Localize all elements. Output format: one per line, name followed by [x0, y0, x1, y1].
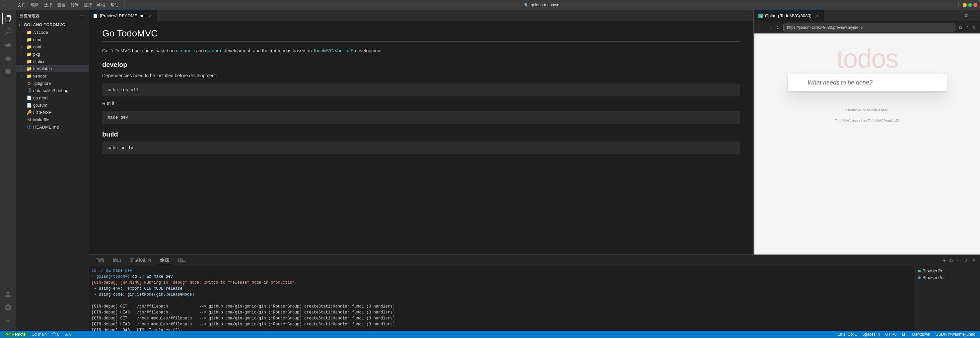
minimize-button[interactable]	[963, 3, 967, 7]
readme-tab-close[interactable]: ✕	[148, 13, 153, 19]
browser-back-button[interactable]: ←	[757, 24, 764, 31]
cmd-arrow: ›	[21, 38, 27, 41]
menu-edit[interactable]: 编辑	[29, 2, 41, 9]
sidebar-menu-button[interactable]: ···	[79, 13, 85, 19]
browser-settings-button[interactable]: ⚙	[971, 24, 977, 31]
status-errors[interactable]: Ⓘ 0	[51, 332, 61, 337]
browser-split-button[interactable]: ⧉	[963, 12, 969, 19]
gomod-label: go.mod	[33, 95, 86, 100]
activity-git[interactable]	[2, 39, 14, 51]
tree-gitignore[interactable]: ⚙ .gitignore	[16, 79, 89, 87]
tree-conf[interactable]: › 📁 conf	[16, 43, 89, 50]
status-warnings[interactable]: ⚠ 0	[64, 332, 73, 337]
vendor-label: vendor	[33, 73, 86, 79]
panel-split-button[interactable]: ⧉	[948, 257, 954, 264]
browser-more-button[interactable]: ···	[971, 12, 977, 19]
activity-extensions[interactable]	[2, 66, 14, 78]
panel-tab-terminal[interactable]: 终端	[156, 256, 173, 265]
panel-tab-debug-console[interactable]: 调试控制台	[126, 256, 156, 265]
tree-gomod[interactable]: 📄 go.mod	[16, 94, 89, 102]
status-branch[interactable]: ⎇ main	[31, 332, 48, 337]
activity-bar: ><	[0, 10, 16, 331]
panel-actions: + ⧉ ··· ∧ ✕	[942, 257, 977, 264]
panel-tab-bar: 问题 输出 调试控制台 终端 端口 + ⧉ ··· ∧ ✕	[89, 255, 980, 267]
go-gorm-link[interactable]: go-gorm	[205, 48, 222, 53]
maximize-button[interactable]	[968, 3, 972, 7]
top-bar-right	[963, 3, 977, 7]
status-spaces[interactable]: Spaces: 4	[861, 332, 881, 337]
makefile-icon: M	[27, 117, 32, 122]
browser-refresh-button[interactable]: ↻	[775, 24, 781, 31]
tree-readme[interactable]: ⓘ README.md	[16, 123, 89, 130]
gin-gonic-link[interactable]: gin-gonic	[176, 48, 195, 53]
todos-title: todos	[836, 43, 898, 74]
status-encoding[interactable]: UTF-8	[884, 332, 898, 337]
cmd-label: cmd	[33, 37, 86, 42]
nav-back[interactable]: ‹	[3, 2, 7, 8]
panel-right-item-1[interactable]: Browser Pr...	[914, 268, 980, 275]
panel-split: cd ./ && make dev + golang-todomvc cd ./…	[89, 267, 980, 331]
tree-pkg[interactable]: › 📁 pkg	[16, 50, 89, 58]
browser-forward-button[interactable]: →	[766, 24, 773, 31]
panel-maximize-button[interactable]: ∧	[963, 257, 969, 264]
terminal-content[interactable]: cd ./ && make dev + golang-todomvc cd ./…	[89, 267, 914, 331]
menu-terminal[interactable]: 终端	[95, 2, 107, 9]
tree-vscode[interactable]: › 📁 .vscode	[16, 29, 89, 36]
panel-more-button[interactable]: ···	[955, 257, 962, 264]
browser-address-actions: ⧉ ↗ ⚙	[958, 24, 977, 31]
activity-explorer[interactable]	[2, 13, 14, 24]
gitignore-label: .gitignore	[33, 81, 86, 86]
tree-license[interactable]: 🔑 LICENSE	[16, 109, 89, 116]
status-remote[interactable]: >< Remote	[3, 332, 28, 337]
activity-remote[interactable]: ><	[2, 315, 14, 327]
panel-tab-issues[interactable]: 问题	[92, 256, 108, 265]
status-line-ending[interactable]: LF	[900, 332, 908, 337]
tree-root[interactable]: ▾ GOLANG-TODOMVC	[16, 21, 89, 29]
panel-close-button[interactable]: ✕	[971, 257, 977, 264]
panel-right-item-2[interactable]: Browser Pr...	[914, 275, 980, 281]
todos-vanillajs-link[interactable]: TodoMVC/VanillaJS	[868, 119, 900, 122]
nav-forward[interactable]: ›	[8, 2, 13, 8]
menu-file[interactable]: 文件	[16, 2, 27, 9]
global-search[interactable]: 🔍 golang-todomvc	[124, 2, 959, 8]
tree-gosum[interactable]: 📄 go.sum	[16, 102, 89, 109]
tree-statics[interactable]: › 📁 statics	[16, 58, 89, 65]
panel-tab-output[interactable]: 输出	[109, 256, 126, 265]
close-button[interactable]	[974, 3, 977, 7]
tab-readme[interactable]: 📄 [Preview] README.md ✕	[89, 10, 157, 21]
gosum-icon: 📄	[27, 102, 32, 108]
todos-double-click-text: Double-click to edit a todo	[835, 108, 900, 112]
todos-input[interactable]	[788, 74, 947, 92]
browser-copy-button[interactable]: ⧉	[958, 24, 963, 31]
browser-open-button[interactable]: ↗	[964, 24, 970, 31]
editor-split: 📄 [Preview] README.md ✕ ··· Go TodoMVC G…	[89, 10, 980, 254]
status-position[interactable]: Ln 1, Col 1	[836, 332, 858, 337]
tree-datasqlite[interactable]: 🗄 data.sqlite3.debug	[16, 87, 89, 94]
tree-cmd[interactable]: › 📁 cmd	[16, 36, 89, 43]
tree-vendor[interactable]: › 📁 vendor	[16, 72, 89, 79]
activity-account[interactable]	[2, 288, 14, 300]
panel-add-button[interactable]: +	[942, 257, 947, 264]
panel-tab-ports[interactable]: 端口	[173, 256, 190, 265]
tree-makefile[interactable]: M Makefile	[16, 116, 89, 123]
menu-goto[interactable]: 转到	[69, 2, 81, 9]
browser-tab[interactable]: G Golang TodoMVC(8080) ✕	[754, 10, 824, 21]
browser-url-input[interactable]	[783, 24, 955, 32]
menu-select[interactable]: 选择	[42, 2, 54, 9]
browser-tab-close[interactable]: ✕	[815, 13, 820, 19]
gosum-label: go.sum	[33, 103, 86, 108]
sidebar: 资源管理器 ··· ▾ GOLANG-TODOMVC › 📁 .vscode ›…	[16, 10, 89, 331]
menu-run[interactable]: 运行	[82, 2, 94, 9]
tree-templates[interactable]: › 📁 templates	[16, 65, 89, 72]
left-more-button[interactable]: ···	[744, 12, 751, 19]
activity-search[interactable]	[2, 26, 14, 38]
cmd-icon: 📁	[27, 37, 32, 42]
menu-help[interactable]: 帮助	[108, 2, 121, 9]
terminal-line-10: [GIN-debug] LOAD HTML Templates (2):	[92, 327, 911, 331]
activity-settings[interactable]	[2, 302, 14, 314]
activity-debug[interactable]	[2, 52, 14, 64]
status-language[interactable]: Markdown	[910, 332, 931, 337]
todomvc-vanillajs-link[interactable]: TodoMVC/VanillaJS	[313, 48, 354, 53]
menu-view[interactable]: 查看	[56, 2, 67, 9]
makefile-label: Makefile	[33, 117, 86, 122]
